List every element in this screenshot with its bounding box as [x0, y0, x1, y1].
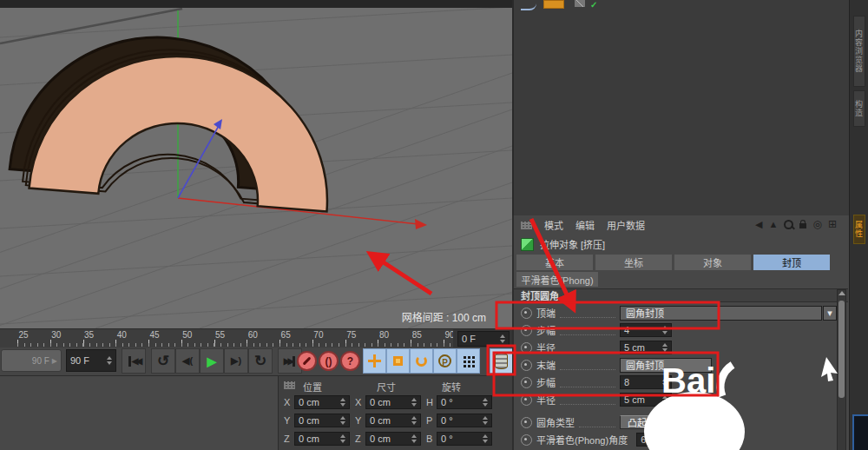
side-tab-content-browser[interactable]: 内容浏览器	[853, 16, 865, 87]
end-frame-field[interactable]: 90 F	[66, 349, 116, 372]
field-stepper[interactable]	[679, 435, 684, 444]
navigate-up-icon[interactable]: ▲	[769, 219, 779, 229]
steps-start-field[interactable]: 4	[620, 323, 672, 337]
next-frame-button[interactable]: ▶)	[224, 348, 248, 374]
next-key-button[interactable]: ↻	[248, 348, 273, 374]
caps-section-header[interactable]: 封顶圆角	[514, 288, 848, 302]
field-stepper[interactable]	[662, 378, 667, 387]
ruler-tick-label: 75	[341, 330, 362, 340]
field-stepper[interactable]	[411, 416, 417, 425]
field-stepper[interactable]	[483, 398, 488, 407]
target-icon[interactable]: ◎	[812, 218, 821, 230]
end-cap-dropdown[interactable]: 圆角封顶	[620, 358, 712, 373]
steps-end-field[interactable]: 8	[620, 375, 672, 389]
field-stepper[interactable]	[483, 416, 488, 425]
field-stepper[interactable]	[411, 434, 417, 443]
arch-object[interactable]	[9, 26, 339, 211]
rotate-icon	[416, 355, 427, 367]
size-z-field[interactable]: 0 cm	[365, 432, 421, 446]
previous-key-button[interactable]: ↺	[151, 348, 175, 374]
radius-end-field[interactable]: 5 cm	[620, 393, 672, 407]
field-stepper[interactable]	[662, 395, 667, 404]
record-position-toggle[interactable]	[363, 348, 386, 374]
bar-icon	[128, 356, 131, 367]
anim-dot-icon[interactable]	[521, 434, 532, 446]
anim-dot-icon[interactable]	[521, 394, 532, 406]
rotation-b-field[interactable]: 0 °	[437, 432, 492, 446]
search-icon[interactable]	[784, 220, 793, 229]
attr-label: 顶端	[536, 306, 556, 320]
start-cap-dropdown[interactable]: 圆角封顶	[620, 306, 822, 321]
phong-angle-field[interactable]: 63 °	[636, 433, 688, 447]
field-stepper[interactable]	[411, 398, 417, 407]
record-rotation-toggle[interactable]	[410, 348, 433, 374]
anim-dot-icon[interactable]	[521, 417, 532, 428]
history-back-icon[interactable]: ◀	[755, 219, 762, 230]
size-x-field[interactable]: 0 cm	[365, 395, 421, 409]
end-frame-value: 90 F	[70, 355, 89, 366]
side-tab-attributes[interactable]: 属性	[853, 215, 865, 244]
position-z-field[interactable]: 0 cm	[294, 432, 350, 446]
anim-dot-icon[interactable]	[521, 342, 532, 354]
timeline-slider-handle[interactable]: 90 F ▶	[1, 349, 62, 372]
menu-edit[interactable]: 编辑	[575, 218, 595, 232]
record-pla-toggle[interactable]	[457, 348, 480, 374]
field-stepper[interactable]	[340, 398, 345, 407]
previous-frame-button[interactable]: ◀(	[175, 348, 200, 374]
dots-leader	[560, 360, 615, 370]
field-stepper[interactable]	[662, 343, 667, 352]
tab-basic[interactable]: 基本	[516, 255, 593, 270]
record-scale-toggle[interactable]	[386, 348, 410, 374]
panel-grip-icon[interactable]	[521, 222, 532, 229]
menu-userdata[interactable]: 用户数据	[607, 218, 645, 232]
field-stepper[interactable]	[662, 326, 667, 334]
field-stepper[interactable]	[340, 416, 345, 425]
field-stepper[interactable]	[483, 434, 488, 443]
solo-object-button[interactable]	[490, 348, 513, 374]
autokey-button[interactable]: ()	[319, 351, 339, 371]
panel-grip-icon[interactable]	[284, 381, 295, 389]
current-frame-field[interactable]: 0 F	[457, 331, 510, 347]
object-title: 拉伸对象 [挤压]	[540, 237, 605, 251]
viewport-menubar[interactable]	[0, 0, 512, 8]
fillet-type-button[interactable]: 凸起	[620, 415, 654, 429]
tab-object[interactable]: 对象	[674, 255, 751, 270]
play-button[interactable]: ▶	[200, 348, 224, 374]
menu-mode[interactable]: 模式	[544, 218, 563, 232]
dots-leader	[560, 377, 615, 387]
dropdown-arrow-button[interactable]: ▾	[823, 306, 837, 321]
scrollbar-thumb[interactable]	[838, 301, 845, 398]
end-frame-stepper[interactable]	[107, 356, 112, 365]
new-panel-icon[interactable]: ⊞	[828, 218, 837, 230]
position-x-field[interactable]: 0 cm	[294, 395, 350, 409]
tab-caps[interactable]: 封顶	[753, 255, 830, 270]
attributes-scrollbar[interactable]	[837, 289, 846, 450]
object-manager[interactable]: ✓	[514, 0, 849, 216]
record-button[interactable]	[297, 351, 317, 371]
side-tab-structure[interactable]: 构造	[853, 90, 865, 127]
frame-stepper[interactable]	[500, 334, 505, 343]
object-title-row[interactable]: 拉伸对象 [挤压]	[514, 235, 849, 254]
anim-dot-icon[interactable]	[521, 360, 532, 371]
keyframe-options-button[interactable]: ?	[340, 351, 360, 371]
field-value: 8	[624, 377, 629, 387]
rotation-p-field[interactable]: 0 °	[437, 414, 492, 427]
field-stepper[interactable]	[340, 434, 345, 443]
position-y-field[interactable]: 0 cm	[294, 414, 350, 427]
record-parameter-toggle[interactable]: P	[433, 348, 457, 374]
field-value: 0 cm	[370, 415, 391, 426]
dots-leader	[560, 325, 615, 335]
go-to-start-button[interactable]: ◀◀	[122, 348, 146, 374]
rotation-h-field[interactable]: 0 °	[437, 395, 492, 409]
timeline-ruler[interactable]: 2530354045505560657075808590 0 F	[0, 328, 512, 348]
tab-coordinates[interactable]: 坐标	[595, 255, 672, 270]
scroll-up-icon[interactable]	[838, 291, 845, 295]
lock-icon[interactable]	[799, 223, 806, 228]
3d-viewport[interactable]: 网格间距 : 100 cm	[0, 0, 514, 328]
radius-start-field[interactable]: 5 cm	[620, 341, 672, 354]
anim-dot-icon[interactable]	[521, 308, 532, 319]
anim-dot-icon[interactable]	[521, 325, 532, 336]
size-y-field[interactable]: 0 cm	[365, 414, 421, 427]
anim-dot-icon[interactable]	[521, 377, 532, 388]
tab-phong[interactable]: 平滑着色(Phong)	[516, 272, 598, 287]
